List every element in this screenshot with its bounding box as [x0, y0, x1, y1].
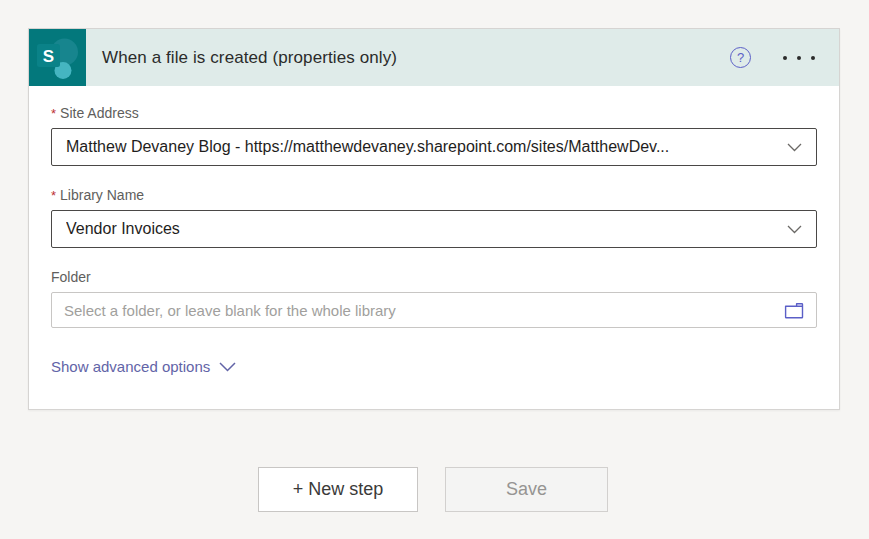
dot	[783, 56, 787, 60]
library-name-label-text: Library Name	[60, 187, 144, 203]
site-address-label: * Site Address	[51, 105, 817, 121]
svg-text:S: S	[43, 47, 54, 66]
chevron-down-icon	[787, 143, 802, 152]
folder-field	[51, 292, 817, 328]
dot	[797, 56, 801, 60]
flow-designer-canvas: S When a file is created (properties onl…	[0, 0, 869, 539]
chevron-down-icon	[219, 362, 236, 372]
chevron-down-icon	[787, 225, 802, 234]
flow-actions: + New step Save	[258, 467, 608, 512]
help-glyph: ?	[737, 51, 744, 64]
library-name-dropdown[interactable]: Vendor Invoices	[51, 210, 817, 248]
more-menu-icon[interactable]	[781, 50, 817, 66]
show-advanced-options-label: Show advanced options	[51, 358, 210, 375]
new-step-button[interactable]: + New step	[258, 467, 418, 512]
folder-picker-icon[interactable]	[784, 302, 804, 319]
site-address-value: Matthew Devaney Blog - https://matthewde…	[66, 138, 787, 156]
site-address-label-text: Site Address	[60, 105, 139, 121]
trigger-card-body: * Site Address Matthew Devaney Blog - ht…	[29, 86, 839, 409]
library-name-value: Vendor Invoices	[66, 220, 787, 238]
dot	[811, 56, 815, 60]
show-advanced-options-link[interactable]: Show advanced options	[51, 358, 236, 375]
folder-label: Folder	[51, 269, 817, 285]
trigger-card-header[interactable]: S When a file is created (properties onl…	[29, 29, 839, 86]
folder-label-text: Folder	[51, 269, 91, 285]
required-marker: *	[51, 106, 56, 121]
sharepoint-icon: S	[29, 29, 86, 86]
help-icon[interactable]: ?	[730, 47, 751, 68]
trigger-card: S When a file is created (properties onl…	[28, 28, 840, 410]
required-marker: *	[51, 188, 56, 203]
folder-input[interactable]	[64, 302, 774, 319]
library-name-label: * Library Name	[51, 187, 817, 203]
site-address-dropdown[interactable]: Matthew Devaney Blog - https://matthewde…	[51, 128, 817, 166]
save-button[interactable]: Save	[445, 467, 608, 512]
trigger-title: When a file is created (properties only)	[102, 48, 397, 68]
